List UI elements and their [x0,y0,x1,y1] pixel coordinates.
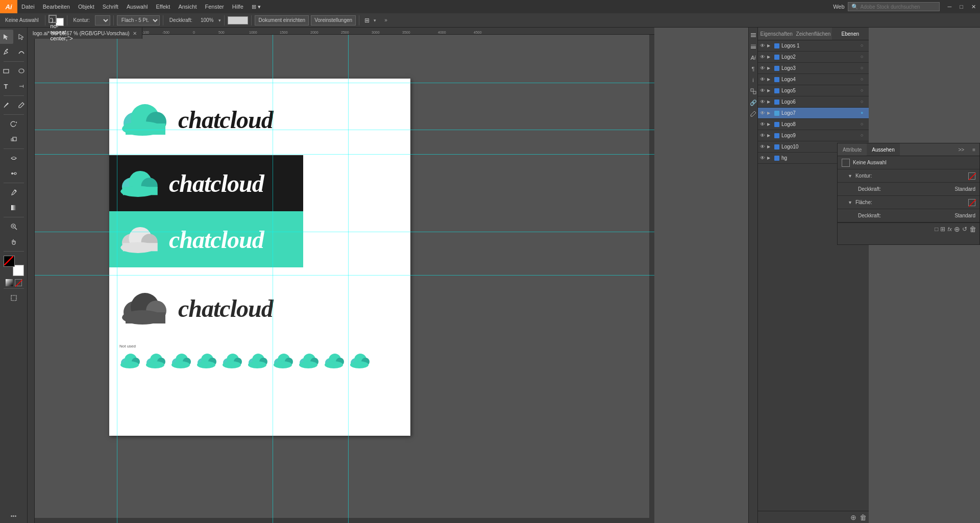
close-button[interactable]: ✕ [967,0,980,13]
properties-icon[interactable] [750,32,757,39]
layer-item-logo3[interactable]: 👁 ▶ Logo3 ○ [758,63,869,74]
arrange-icon[interactable]: ⊞ [362,17,372,24]
more-tools-btn[interactable]: ••• [11,513,17,523]
pencil-tool[interactable] [14,98,29,112]
tab-zeichenflaechen[interactable]: Zeichenflächen [795,28,831,40]
appearance-menu-btn[interactable]: ≡ [968,143,979,156]
menu-hilfe[interactable]: Hilfe [228,0,248,13]
eye-logo9[interactable]: 👁 [760,133,765,138]
lock-logo5[interactable]: ○ [861,88,867,94]
lock-logo7[interactable]: ● [861,110,867,116]
expand-logo6[interactable]: ▶ [767,99,772,105]
expand-appearance-btn[interactable]: >> [954,143,968,156]
deckkraft-chevron[interactable]: ▾ [218,18,221,23]
menu-grid[interactable]: ⊞ ▾ [248,0,265,13]
eye-hg[interactable]: 👁 [760,155,765,161]
selection-tool[interactable] [0,30,13,44]
canvas-area[interactable]: -300 -250 -200 -150 -100 -500 0 500 1000… [28,28,654,523]
direct-selection-tool[interactable] [14,30,29,44]
expand-logos1[interactable]: ▶ [767,43,772,48]
style-thumbnail-icon[interactable]: ⊞ [940,226,945,233]
lock-logo8[interactable]: ○ [861,121,867,128]
lock-logo6[interactable]: ○ [861,99,867,105]
tab-aussehen[interactable]: Aussehen [867,143,899,156]
rectangle-tool[interactable] [0,64,13,78]
menu-effekt[interactable]: Effekt [152,0,174,13]
kontur-swatch[interactable] [968,172,975,180]
gradient-tool[interactable] [7,201,21,215]
voreinstellungen-btn[interactable]: Voreinstellungen [311,15,356,26]
color-swatches[interactable] [4,256,24,276]
minimize-button[interactable]: ─ [944,0,956,13]
info-icon[interactable]: i [750,77,757,84]
menu-schrift[interactable]: Schrift [99,0,122,13]
document-tab-close[interactable]: ✕ [133,31,137,36]
search-input[interactable] [861,4,936,10]
layer-item-logo9[interactable]: 👁 ▶ Logo9 ○ [758,130,869,141]
expand-hg[interactable]: ▶ [767,156,772,161]
ellipse-tool[interactable] [14,64,29,78]
blend-tool[interactable] [7,166,21,181]
menu-datei[interactable]: Datei [17,0,39,13]
eye-logo7[interactable]: 👁 [760,110,765,116]
paintbrush-tool[interactable] [0,98,13,112]
delete-layer-btn[interactable]: 🗑 [860,513,867,521]
horizontal-scrollbar[interactable] [35,518,649,523]
eye-logo4[interactable]: 👁 [760,77,765,82]
dokument-einrichten-btn[interactable]: Dokument einrichten [255,15,309,26]
fg-color-swatch[interactable] [4,256,15,267]
none-icon[interactable] [15,279,22,286]
fill-stroke-swatches[interactable]: ') no-repeat center;"> [48,15,64,26]
panel-collapse-btn[interactable]: » [380,17,391,23]
lock-logo2[interactable]: ○ [861,54,867,60]
zoom-tool[interactable] [7,219,21,234]
kontur-select[interactable] [95,15,110,26]
expand-logo5[interactable]: ▶ [767,88,772,93]
fx-btn[interactable]: fx [947,226,952,232]
eye-logo3[interactable]: 👁 [760,65,765,71]
flaeche-swatch[interactable] [968,199,975,206]
arrange-chevron[interactable]: ▾ [374,18,376,23]
maximize-button[interactable]: □ [955,0,967,13]
vertical-scrollbar[interactable] [649,35,654,523]
eye-logo2[interactable]: 👁 [760,54,765,60]
layer-item-logo2[interactable]: 👁 ▶ Logo2 ○ [758,52,869,63]
menu-ansicht[interactable]: Ansicht [174,0,201,13]
pen-tool[interactable] [0,45,13,59]
expand-logo7[interactable]: ▶ [767,111,772,116]
layer-item-logo4[interactable]: 👁 ▶ Logo4 ○ [758,74,869,85]
expand-logo8[interactable]: ▶ [767,122,772,127]
layer-item-logo7[interactable]: 👁 ▶ Logo7 ● [758,108,869,119]
layer-item-logo5[interactable]: 👁 ▶ Logo5 ○ [758,85,869,96]
search-area[interactable]: 🔍 [848,2,940,11]
eye-logo6[interactable]: 👁 [760,99,765,105]
expand-logo9[interactable]: ▶ [767,133,772,138]
document-tab[interactable]: logo.ai* bei 16,67 % (RGB/GPU-Vorschau) … [28,28,142,39]
eye-logo5[interactable]: 👁 [760,88,765,93]
eyedropper-tool[interactable] [7,185,21,200]
link-icon[interactable]: 🔗 [750,99,757,106]
new-style-icon[interactable]: □ [935,226,938,233]
type-tool[interactable]: T [0,79,13,93]
kontur-expand[interactable]: ▼ [848,173,852,179]
lock-logo4[interactable]: ○ [861,77,867,83]
expand-logo4[interactable]: ▶ [767,77,772,82]
artboard-tool[interactable] [7,291,21,305]
delete-effect-btn[interactable]: 🗑 [969,225,976,233]
clear-appearance-btn[interactable]: ↺ [962,226,967,233]
solid-color-icon[interactable] [6,279,13,286]
paragraph-icon[interactable]: ¶ [750,65,757,72]
layers-icon[interactable] [750,43,757,50]
tab-eigenschaften[interactable]: Eigenschaften [758,28,795,40]
make-sublayer-btn[interactable]: ⊕ [850,513,856,521]
scale-tool[interactable] [7,132,21,146]
tab-ebenen[interactable]: Ebenen [832,28,869,40]
eye-logo10[interactable]: 👁 [760,144,765,150]
lock-logo3[interactable]: ○ [861,65,867,71]
expand-logo10[interactable]: ▶ [767,144,772,150]
web-dropdown[interactable]: Web [830,4,847,10]
menu-objekt[interactable]: Objekt [74,0,99,13]
layer-item-logos1[interactable]: 👁 ▶ Logos 1 ○ [758,40,869,52]
hand-tool[interactable] [7,235,21,249]
transform-icon[interactable] [750,88,757,95]
